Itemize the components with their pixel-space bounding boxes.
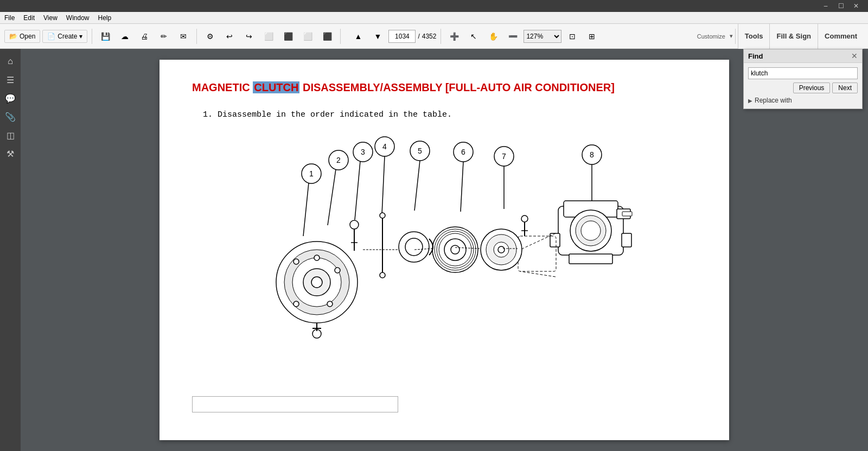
svg-line-45 <box>355 161 360 220</box>
svg-text:4: 4 <box>382 142 387 151</box>
svg-point-36 <box>405 238 423 256</box>
menu-edit[interactable]: Edit <box>23 14 35 22</box>
create-label: Create <box>58 33 77 40</box>
customize-label[interactable]: Customize <box>697 33 725 40</box>
pdf-page: MAGNETIC CLUTCH DISASSEMBLY/ASSEMBLY [FU… <box>159 60 729 440</box>
menu-help[interactable]: Help <box>98 14 112 22</box>
find-title: Find <box>748 52 763 60</box>
create-button[interactable]: 📄 Create ▾ <box>42 30 87 43</box>
fit-page-button[interactable]: ⊡ <box>564 28 581 45</box>
svg-line-54 <box>303 183 309 236</box>
select-tool-button[interactable]: ↖ <box>465 28 482 45</box>
settings-button[interactable]: ⚙ <box>201 28 219 45</box>
insert-button[interactable]: ⬜ <box>299 28 316 45</box>
svg-point-42 <box>380 272 385 278</box>
replace-arrow-icon: ▶ <box>748 98 752 104</box>
svg-point-41 <box>380 213 385 218</box>
redo-button[interactable]: ↪ <box>240 28 258 45</box>
svg-point-7 <box>581 221 601 240</box>
sidebar-item-layers[interactable]: ◫ <box>2 127 18 143</box>
svg-point-62 <box>327 301 333 307</box>
divider-1 <box>92 29 92 44</box>
minimize-button[interactable]: – <box>818 0 833 12</box>
menu-view[interactable]: View <box>43 14 58 22</box>
sidebar-item-tools[interactable]: ⚒ <box>2 145 18 162</box>
svg-rect-12 <box>622 212 632 216</box>
open-label: Open <box>20 33 35 40</box>
menu-file[interactable]: File <box>4 14 15 22</box>
maximize-button[interactable]: ☐ <box>833 0 848 12</box>
open-icon: 📂 <box>9 33 17 40</box>
print-button[interactable]: 🖨 <box>136 28 153 45</box>
edit-button[interactable]: ✏ <box>155 28 173 45</box>
export-pdf-button[interactable]: ⬛ <box>318 28 336 45</box>
zoom-out-button[interactable]: ➖ <box>504 28 521 45</box>
zoom-in-button[interactable]: ➕ <box>445 28 463 45</box>
pdf-viewer-area[interactable]: MAGNETIC CLUTCH DISASSEMBLY/ASSEMBLY [FU… <box>21 49 868 451</box>
fill-sign-button[interactable]: Fill & Sign <box>769 24 818 49</box>
extract-button[interactable]: ⬜ <box>260 28 277 45</box>
svg-text:3: 3 <box>361 148 365 156</box>
title-part2: DISASSEMBLY/ASSEMBLY [FULL-AUTO AIR COND… <box>299 81 614 93</box>
page-separator: / <box>418 33 419 40</box>
save-cloud-button[interactable]: ☁ <box>116 28 133 45</box>
svg-text:7: 7 <box>502 152 506 161</box>
replace-button[interactable]: ⬛ <box>279 28 297 45</box>
menu-window[interactable]: Window <box>66 14 90 22</box>
page-navigation: ▲ ▼ / 4352 <box>349 28 436 45</box>
toolbar: 📂 Open 📄 Create ▾ 💾 ☁ 🖨 ✏ ✉ ⚙ ↩ ↪ ⬜ ⬛ ⬜ … <box>0 24 868 49</box>
prev-page-button[interactable]: ▲ <box>349 28 367 45</box>
save-button[interactable]: 💾 <box>97 28 114 45</box>
divider-5 <box>735 29 736 44</box>
compressor-body <box>550 201 632 264</box>
svg-line-25 <box>461 162 463 212</box>
replace-label: Replace with <box>755 97 792 104</box>
sidebar-item-comments[interactable]: 💬 <box>2 90 18 106</box>
comment-button[interactable]: Comment <box>818 24 864 49</box>
svg-point-61 <box>335 268 340 273</box>
hand-tool-button[interactable]: ✋ <box>484 28 502 45</box>
svg-point-59 <box>311 277 322 288</box>
find-body: Previous Next ▶ Replace with <box>744 63 862 109</box>
svg-rect-10 <box>569 254 612 264</box>
page-total: 4352 <box>422 33 437 40</box>
right-tools: Customize ▾ Tools Fill & Sign Comment <box>697 24 864 49</box>
email-button[interactable]: ✉ <box>175 28 192 45</box>
sidebar-item-home[interactable]: ⌂ <box>2 53 18 69</box>
divider-4 <box>441 29 441 44</box>
svg-line-14 <box>520 271 556 277</box>
parts-table-preview <box>192 396 398 412</box>
page-number-input[interactable] <box>388 30 416 43</box>
next-button[interactable]: Next <box>832 82 858 93</box>
svg-point-60 <box>314 255 320 261</box>
svg-rect-9 <box>622 233 631 247</box>
divider-2 <box>196 29 197 44</box>
title-part1: MAGNETIC <box>192 81 253 93</box>
instruction-text: 1. Disassemble in the order indicated in… <box>203 110 697 119</box>
undo-button[interactable]: ↩ <box>221 28 238 45</box>
open-button[interactable]: 📂 Open <box>4 30 40 43</box>
main-layout: ⌂ ☰ 💬 📎 ◫ ⚒ MAGNETIC CLUTCH DISASSEMBLY/… <box>0 49 868 451</box>
find-search-input[interactable] <box>748 67 858 79</box>
find-header: Find ✕ <box>744 49 862 63</box>
fit-width-button[interactable]: ⊞ <box>583 28 601 45</box>
tools-button[interactable]: Tools <box>738 24 770 49</box>
previous-button[interactable]: Previous <box>793 82 831 93</box>
find-close-button[interactable]: ✕ <box>851 52 858 60</box>
title-highlight: CLUTCH <box>253 81 299 93</box>
create-dropdown-icon: ▾ <box>79 33 82 40</box>
replace-with-toggle[interactable]: ▶ Replace with <box>748 97 858 104</box>
close-button[interactable]: ✕ <box>848 0 864 12</box>
titlebar: – ☐ ✕ <box>0 0 868 12</box>
svg-point-31 <box>451 245 459 254</box>
svg-point-64 <box>293 259 299 264</box>
sidebar-item-attachments[interactable]: 📎 <box>2 109 18 125</box>
zoom-select[interactable]: 127% <box>524 30 561 43</box>
diagram-area: 8 <box>192 130 697 385</box>
sidebar-item-bookmarks[interactable]: ☰ <box>2 72 18 88</box>
next-page-button[interactable]: ▼ <box>369 28 386 45</box>
customize-arrow-icon: ▾ <box>730 33 733 40</box>
svg-line-39 <box>382 156 385 214</box>
window-controls[interactable]: – ☐ ✕ <box>818 0 864 12</box>
divider-3 <box>340 29 341 44</box>
